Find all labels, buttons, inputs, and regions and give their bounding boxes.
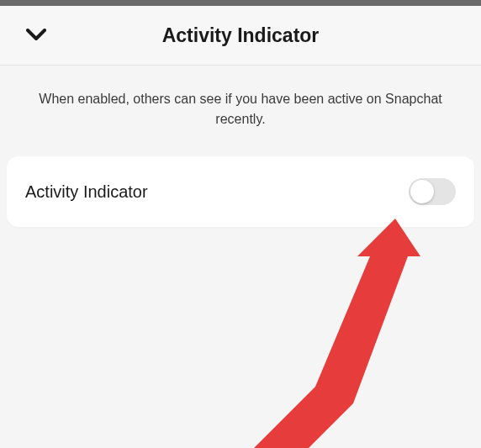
chevron-down-icon <box>26 29 46 42</box>
close-dropdown-button[interactable] <box>25 24 47 46</box>
toggle-knob <box>410 180 434 203</box>
activity-indicator-toggle[interactable] <box>409 178 456 205</box>
activity-indicator-row[interactable]: Activity Indicator <box>7 156 474 227</box>
setting-label: Activity Indicator <box>25 182 148 202</box>
page-title: Activity Indicator <box>162 24 320 47</box>
header: Activity Indicator <box>0 6 481 66</box>
top-status-bar <box>0 0 481 6</box>
arrow-shape <box>244 219 420 448</box>
setting-description: When enabled, others can see if you have… <box>0 66 481 156</box>
